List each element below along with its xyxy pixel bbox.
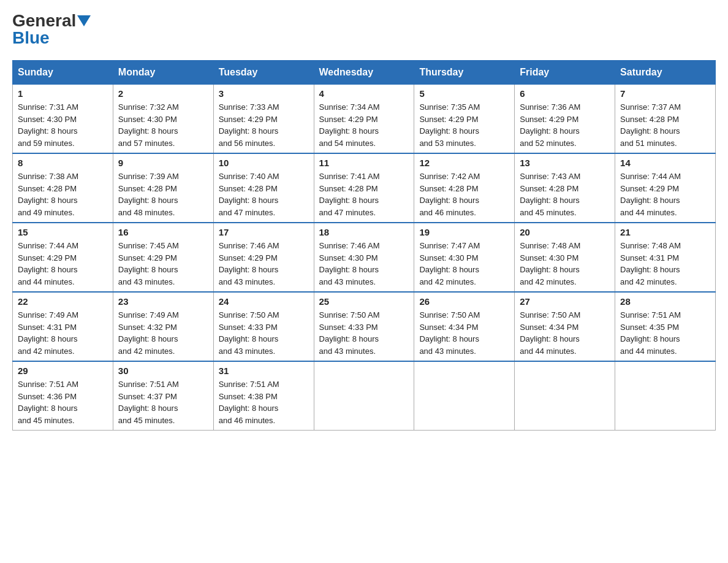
day-info: Sunrise: 7:32 AM Sunset: 4:30 PM Dayligh… — [118, 101, 208, 149]
calendar-cell: 14 Sunrise: 7:44 AM Sunset: 4:29 PM Dayl… — [615, 153, 716, 223]
day-number: 20 — [520, 227, 610, 237]
calendar-cell: 1 Sunrise: 7:31 AM Sunset: 4:30 PM Dayli… — [13, 85, 113, 154]
day-info: Sunrise: 7:51 AM Sunset: 4:38 PM Dayligh… — [219, 378, 309, 426]
day-number: 5 — [419, 88, 509, 99]
calendar-cell: 31 Sunrise: 7:51 AM Sunset: 4:38 PM Dayl… — [213, 361, 314, 431]
day-number: 4 — [319, 88, 409, 99]
day-number: 31 — [219, 366, 309, 376]
logo-arrow-icon — [77, 15, 91, 28]
calendar-cell: 8 Sunrise: 7:38 AM Sunset: 4:28 PM Dayli… — [13, 153, 113, 223]
day-number: 16 — [118, 227, 208, 237]
day-info: Sunrise: 7:42 AM Sunset: 4:28 PM Dayligh… — [419, 170, 509, 218]
header-thursday: Thursday — [414, 61, 515, 85]
calendar-table: SundayMondayTuesdayWednesdayThursdayFrid… — [12, 60, 716, 431]
calendar-cell — [314, 361, 414, 431]
day-info: Sunrise: 7:51 AM Sunset: 4:37 PM Dayligh… — [118, 378, 208, 426]
day-info: Sunrise: 7:45 AM Sunset: 4:29 PM Dayligh… — [118, 240, 208, 288]
calendar-cell: 4 Sunrise: 7:34 AM Sunset: 4:29 PM Dayli… — [314, 85, 414, 154]
week-row-3: 15 Sunrise: 7:44 AM Sunset: 4:29 PM Dayl… — [13, 223, 716, 292]
day-number: 1 — [18, 88, 108, 99]
day-info: Sunrise: 7:43 AM Sunset: 4:28 PM Dayligh… — [520, 170, 610, 218]
calendar-cell: 21 Sunrise: 7:48 AM Sunset: 4:31 PM Dayl… — [615, 223, 716, 292]
calendar-cell — [414, 361, 515, 431]
week-row-1: 1 Sunrise: 7:31 AM Sunset: 4:30 PM Dayli… — [13, 85, 716, 154]
day-info: Sunrise: 7:50 AM Sunset: 4:33 PM Dayligh… — [219, 309, 309, 357]
day-number: 27 — [520, 296, 610, 307]
header-sunday: Sunday — [13, 61, 113, 85]
day-info: Sunrise: 7:41 AM Sunset: 4:28 PM Dayligh… — [319, 170, 409, 218]
calendar-cell: 17 Sunrise: 7:46 AM Sunset: 4:29 PM Dayl… — [213, 223, 314, 292]
day-info: Sunrise: 7:50 AM Sunset: 4:33 PM Dayligh… — [319, 309, 409, 357]
day-info: Sunrise: 7:36 AM Sunset: 4:29 PM Dayligh… — [520, 101, 610, 149]
calendar-cell: 20 Sunrise: 7:48 AM Sunset: 4:30 PM Dayl… — [515, 223, 615, 292]
day-number: 21 — [620, 227, 710, 237]
day-info: Sunrise: 7:50 AM Sunset: 4:34 PM Dayligh… — [419, 309, 509, 357]
header-saturday: Saturday — [615, 61, 716, 85]
calendar-cell: 28 Sunrise: 7:51 AM Sunset: 4:35 PM Dayl… — [615, 292, 716, 361]
logo-text-general: General — [12, 12, 76, 29]
calendar-cell: 22 Sunrise: 7:49 AM Sunset: 4:31 PM Dayl… — [13, 292, 113, 361]
day-info: Sunrise: 7:31 AM Sunset: 4:30 PM Dayligh… — [18, 101, 108, 149]
day-info: Sunrise: 7:37 AM Sunset: 4:28 PM Dayligh… — [620, 101, 710, 149]
week-row-4: 22 Sunrise: 7:49 AM Sunset: 4:31 PM Dayl… — [13, 292, 716, 361]
day-info: Sunrise: 7:49 AM Sunset: 4:32 PM Dayligh… — [118, 309, 208, 357]
week-row-2: 8 Sunrise: 7:38 AM Sunset: 4:28 PM Dayli… — [13, 153, 716, 223]
day-info: Sunrise: 7:48 AM Sunset: 4:30 PM Dayligh… — [520, 240, 610, 288]
calendar-cell: 5 Sunrise: 7:35 AM Sunset: 4:29 PM Dayli… — [414, 85, 515, 154]
page-header: General Blue — [12, 12, 716, 48]
calendar-cell: 19 Sunrise: 7:47 AM Sunset: 4:30 PM Dayl… — [414, 223, 515, 292]
day-info: Sunrise: 7:33 AM Sunset: 4:29 PM Dayligh… — [219, 101, 309, 149]
calendar-cell: 18 Sunrise: 7:46 AM Sunset: 4:30 PM Dayl… — [314, 223, 414, 292]
calendar-cell: 6 Sunrise: 7:36 AM Sunset: 4:29 PM Dayli… — [515, 85, 615, 154]
day-info: Sunrise: 7:34 AM Sunset: 4:29 PM Dayligh… — [319, 101, 409, 149]
calendar-cell: 2 Sunrise: 7:32 AM Sunset: 4:30 PM Dayli… — [113, 85, 213, 154]
day-info: Sunrise: 7:51 AM Sunset: 4:35 PM Dayligh… — [620, 309, 710, 357]
day-info: Sunrise: 7:38 AM Sunset: 4:28 PM Dayligh… — [18, 170, 108, 218]
calendar-cell: 16 Sunrise: 7:45 AM Sunset: 4:29 PM Dayl… — [113, 223, 213, 292]
day-info: Sunrise: 7:44 AM Sunset: 4:29 PM Dayligh… — [18, 240, 108, 288]
day-number: 12 — [419, 158, 509, 168]
day-info: Sunrise: 7:49 AM Sunset: 4:31 PM Dayligh… — [18, 309, 108, 357]
calendar-cell: 13 Sunrise: 7:43 AM Sunset: 4:28 PM Dayl… — [515, 153, 615, 223]
day-number: 29 — [18, 366, 108, 376]
logo: General Blue — [12, 12, 91, 48]
header-friday: Friday — [515, 61, 615, 85]
day-info: Sunrise: 7:46 AM Sunset: 4:29 PM Dayligh… — [219, 240, 309, 288]
calendar-cell: 10 Sunrise: 7:40 AM Sunset: 4:28 PM Dayl… — [213, 153, 314, 223]
day-number: 30 — [118, 366, 208, 376]
calendar-cell: 25 Sunrise: 7:50 AM Sunset: 4:33 PM Dayl… — [314, 292, 414, 361]
day-number: 25 — [319, 296, 409, 307]
day-number: 3 — [219, 88, 309, 99]
day-info: Sunrise: 7:47 AM Sunset: 4:30 PM Dayligh… — [419, 240, 509, 288]
day-number: 18 — [319, 227, 409, 237]
calendar-cell — [615, 361, 716, 431]
day-number: 17 — [219, 227, 309, 237]
day-info: Sunrise: 7:50 AM Sunset: 4:34 PM Dayligh… — [520, 309, 610, 357]
day-info: Sunrise: 7:44 AM Sunset: 4:29 PM Dayligh… — [620, 170, 710, 218]
day-number: 10 — [219, 158, 309, 168]
day-info: Sunrise: 7:35 AM Sunset: 4:29 PM Dayligh… — [419, 101, 509, 149]
day-info: Sunrise: 7:40 AM Sunset: 4:28 PM Dayligh… — [219, 170, 309, 218]
day-number: 24 — [219, 296, 309, 307]
day-number: 6 — [520, 88, 610, 99]
day-number: 14 — [620, 158, 710, 168]
header-monday: Monday — [113, 61, 213, 85]
calendar-cell: 15 Sunrise: 7:44 AM Sunset: 4:29 PM Dayl… — [13, 223, 113, 292]
calendar-cell: 26 Sunrise: 7:50 AM Sunset: 4:34 PM Dayl… — [414, 292, 515, 361]
day-number: 8 — [18, 158, 108, 168]
day-info: Sunrise: 7:48 AM Sunset: 4:31 PM Dayligh… — [620, 240, 710, 288]
calendar-cell: 9 Sunrise: 7:39 AM Sunset: 4:28 PM Dayli… — [113, 153, 213, 223]
calendar-cell: 23 Sunrise: 7:49 AM Sunset: 4:32 PM Dayl… — [113, 292, 213, 361]
calendar-cell: 29 Sunrise: 7:51 AM Sunset: 4:36 PM Dayl… — [13, 361, 113, 431]
day-number: 13 — [520, 158, 610, 168]
day-number: 26 — [419, 296, 509, 307]
header-tuesday: Tuesday — [213, 61, 314, 85]
calendar-cell: 3 Sunrise: 7:33 AM Sunset: 4:29 PM Dayli… — [213, 85, 314, 154]
week-row-5: 29 Sunrise: 7:51 AM Sunset: 4:36 PM Dayl… — [13, 361, 716, 431]
day-info: Sunrise: 7:51 AM Sunset: 4:36 PM Dayligh… — [18, 378, 108, 426]
header-wednesday: Wednesday — [314, 61, 414, 85]
calendar-cell: 7 Sunrise: 7:37 AM Sunset: 4:28 PM Dayli… — [615, 85, 716, 154]
calendar-cell: 30 Sunrise: 7:51 AM Sunset: 4:37 PM Dayl… — [113, 361, 213, 431]
calendar-cell: 27 Sunrise: 7:50 AM Sunset: 4:34 PM Dayl… — [515, 292, 615, 361]
day-info: Sunrise: 7:39 AM Sunset: 4:28 PM Dayligh… — [118, 170, 208, 218]
